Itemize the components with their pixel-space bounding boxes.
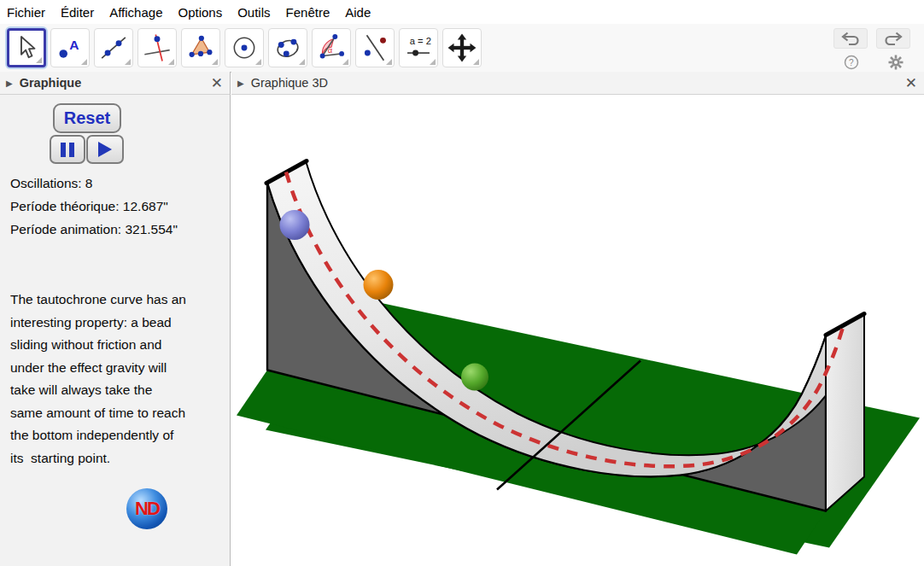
- description-line: the bottom independently of: [10, 428, 173, 443]
- toolbar: A: [0, 24, 924, 73]
- right-end-wall: [826, 313, 864, 511]
- menu-outils[interactable]: Outils: [230, 5, 278, 20]
- graphics-panel-header: ▶ Graphique ✕: [0, 72, 231, 95]
- gear-icon: [888, 55, 904, 70]
- tool-dropdown-arrow[interactable]: [386, 59, 392, 65]
- description-line: take will always take the: [10, 382, 152, 398]
- play-button[interactable]: [86, 135, 124, 164]
- help-icon: ?: [844, 55, 859, 70]
- circle-tool-button[interactable]: [225, 28, 264, 67]
- bead-blue[interactable]: [280, 210, 310, 240]
- tool-dropdown-arrow[interactable]: [168, 59, 174, 65]
- polygon-tool-button[interactable]: [181, 28, 220, 67]
- settings-button[interactable]: [888, 55, 904, 70]
- angle-tool-button[interactable]: α: [312, 28, 351, 67]
- panel-expand-arrow-icon[interactable]: ▶: [237, 79, 244, 88]
- description-line: same amount of time to reach: [10, 406, 185, 421]
- bead-green[interactable]: [461, 364, 488, 391]
- globe-logo: ND: [126, 488, 167, 529]
- bead-orange[interactable]: [364, 270, 394, 300]
- undo-icon: [840, 32, 861, 45]
- tool-dropdown-arrow[interactable]: [81, 59, 87, 65]
- conic-tool-button[interactable]: [268, 28, 307, 67]
- logo-text: ND: [135, 498, 159, 520]
- pause-icon: [59, 143, 76, 155]
- description-line: sliding without friction and: [10, 337, 162, 353]
- tool-dropdown-arrow[interactable]: [36, 57, 42, 63]
- svg-text:A: A: [69, 38, 79, 52]
- menu-aide[interactable]: Aide: [337, 5, 378, 20]
- close-icon[interactable]: ✕: [905, 76, 917, 90]
- play-icon: [98, 142, 112, 157]
- redo-icon: [883, 32, 904, 45]
- graphics-panel: Reset Oscillations: 8 Període théorique:…: [0, 95, 231, 566]
- undo-button[interactable]: [833, 28, 868, 49]
- tool-dropdown-arrow[interactable]: [299, 59, 305, 65]
- move-view-tool-button[interactable]: [442, 28, 482, 67]
- pause-button[interactable]: [50, 135, 85, 164]
- description-line: interesting property: a bead: [10, 315, 172, 330]
- description-line: its starting point.: [10, 451, 110, 466]
- menu-fichier[interactable]: Fichier: [0, 5, 53, 20]
- line-tool-button[interactable]: [94, 28, 133, 67]
- tool-dropdown-arrow[interactable]: [255, 59, 261, 65]
- svg-text:?: ?: [849, 58, 854, 67]
- point-tool-button[interactable]: A: [50, 28, 90, 67]
- perpendicular-line-tool-button[interactable]: [137, 28, 177, 67]
- help-button[interactable]: ?: [844, 55, 859, 70]
- theoretical-period-text: Període théorique: 12.687": [10, 199, 168, 214]
- graphics3d-view[interactable]: [231, 95, 924, 566]
- svg-text:a = 2: a = 2: [410, 36, 431, 46]
- tautochrone-scene: [231, 95, 924, 566]
- panel-expand-arrow-icon[interactable]: ▶: [6, 79, 13, 88]
- graphics3d-panel-header: ▶ Graphique 3D ✕: [231, 72, 924, 95]
- menu-editer[interactable]: Éditer: [53, 5, 102, 20]
- animation-period-text: Període animation: 321.554": [10, 222, 178, 237]
- reflection-tool-button[interactable]: [355, 28, 395, 67]
- svg-text:α: α: [328, 45, 333, 55]
- graphics-panel-title: Graphique: [20, 76, 82, 90]
- tool-dropdown-arrow[interactable]: [212, 59, 218, 65]
- graphics3d-panel-title: Graphique 3D: [251, 76, 328, 90]
- slider-tool-button[interactable]: a = 2: [399, 28, 438, 67]
- description-line: The tautochrone curve has an: [10, 292, 186, 307]
- redo-button[interactable]: [876, 28, 910, 49]
- close-icon[interactable]: ✕: [211, 76, 223, 90]
- menu-bar: Fichier Éditer Affichage Options Outils …: [0, 0, 924, 25]
- reset-button[interactable]: Reset: [53, 103, 121, 133]
- geogebra-window: Fichier Éditer Affichage Options Outils …: [0, 0, 924, 566]
- tool-dropdown-arrow[interactable]: [430, 59, 436, 65]
- tool-dropdown-arrow[interactable]: [342, 59, 348, 65]
- menu-fenetre[interactable]: Fenêtre: [278, 5, 338, 20]
- tool-dropdown-arrow[interactable]: [473, 59, 479, 65]
- tool-dropdown-arrow[interactable]: [125, 59, 131, 65]
- move-tool-button[interactable]: [7, 28, 46, 67]
- menu-affichage[interactable]: Affichage: [102, 5, 170, 20]
- menu-options[interactable]: Options: [170, 5, 230, 20]
- oscillations-text: Oscillations: 8: [10, 176, 92, 191]
- description-line: under the effect gravity will: [10, 360, 167, 376]
